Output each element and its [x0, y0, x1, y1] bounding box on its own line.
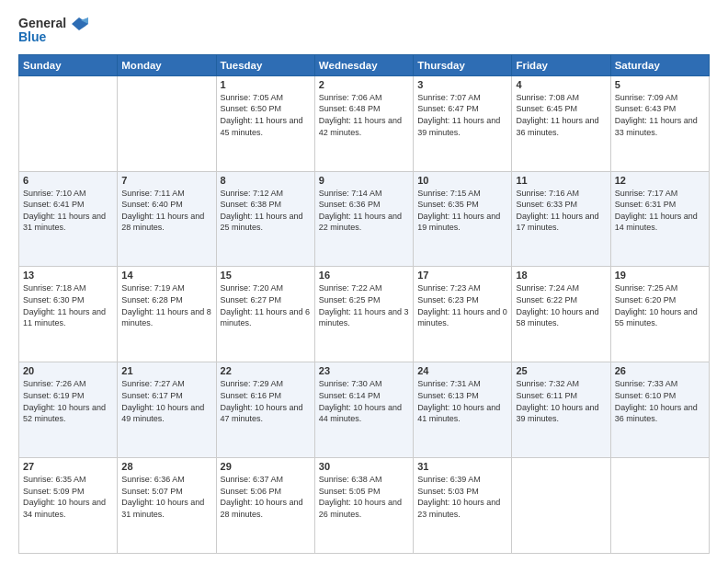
day-cell: 2Sunrise: 7:06 AM Sunset: 6:48 PM Daylig…: [314, 75, 413, 171]
day-info: Sunrise: 6:37 AM Sunset: 5:06 PM Dayligh…: [221, 474, 311, 520]
day-number: 20: [23, 365, 113, 376]
day-info: Sunrise: 7:17 AM Sunset: 6:31 PM Dayligh…: [615, 188, 705, 234]
day-info: Sunrise: 7:19 AM Sunset: 6:28 PM Dayligh…: [121, 282, 211, 328]
weekday-header-tuesday: Tuesday: [216, 54, 314, 75]
week-row-3: 13Sunrise: 7:18 AM Sunset: 6:30 PM Dayli…: [19, 267, 710, 362]
weekday-header-thursday: Thursday: [414, 54, 512, 75]
day-cell: 3Sunrise: 7:07 AM Sunset: 6:47 PM Daylig…: [414, 75, 512, 171]
logo-bird-icon: [72, 17, 88, 30]
day-number: 7: [121, 175, 211, 186]
day-cell: 16Sunrise: 7:22 AM Sunset: 6:25 PM Dayli…: [314, 267, 413, 362]
day-cell: 12Sunrise: 7:17 AM Sunset: 6:31 PM Dayli…: [610, 171, 709, 267]
week-row-1: 1Sunrise: 7:05 AM Sunset: 6:50 PM Daylig…: [19, 75, 710, 171]
day-number: 4: [516, 79, 606, 90]
day-cell: 10Sunrise: 7:15 AM Sunset: 6:35 PM Dayli…: [414, 171, 512, 267]
day-info: Sunrise: 7:18 AM Sunset: 6:30 PM Dayligh…: [23, 282, 113, 328]
day-cell: 9Sunrise: 7:14 AM Sunset: 6:36 PM Daylig…: [314, 171, 413, 267]
header: General Blue: [18, 17, 710, 45]
day-info: Sunrise: 7:22 AM Sunset: 6:25 PM Dayligh…: [319, 282, 409, 328]
day-number: 25: [516, 365, 606, 376]
day-number: 19: [615, 270, 705, 281]
day-cell: 24Sunrise: 7:31 AM Sunset: 6:13 PM Dayli…: [414, 362, 512, 458]
day-number: 23: [319, 365, 409, 376]
day-info: Sunrise: 7:10 AM Sunset: 6:41 PM Dayligh…: [23, 188, 113, 234]
day-number: 31: [417, 461, 507, 472]
day-info: Sunrise: 7:05 AM Sunset: 6:50 PM Dayligh…: [221, 92, 311, 138]
day-info: Sunrise: 7:11 AM Sunset: 6:40 PM Dayligh…: [121, 188, 211, 234]
day-info: Sunrise: 6:38 AM Sunset: 5:05 PM Dayligh…: [319, 474, 409, 520]
day-cell: 15Sunrise: 7:20 AM Sunset: 6:27 PM Dayli…: [216, 267, 314, 362]
weekday-header-monday: Monday: [118, 54, 216, 75]
day-info: Sunrise: 7:23 AM Sunset: 6:23 PM Dayligh…: [417, 282, 507, 328]
logo-container: General Blue: [18, 17, 88, 45]
day-number: 8: [221, 175, 311, 186]
day-number: 21: [121, 365, 211, 376]
day-info: Sunrise: 7:15 AM Sunset: 6:35 PM Dayligh…: [417, 188, 507, 234]
day-info: Sunrise: 7:16 AM Sunset: 6:33 PM Dayligh…: [516, 188, 606, 234]
logo: General Blue: [18, 17, 88, 45]
day-info: Sunrise: 7:24 AM Sunset: 6:22 PM Dayligh…: [516, 282, 606, 328]
week-row-5: 27Sunrise: 6:35 AM Sunset: 5:09 PM Dayli…: [19, 458, 710, 554]
weekday-header-sunday: Sunday: [19, 54, 118, 75]
day-cell: 19Sunrise: 7:25 AM Sunset: 6:20 PM Dayli…: [610, 267, 709, 362]
day-info: Sunrise: 7:08 AM Sunset: 6:45 PM Dayligh…: [516, 92, 606, 138]
week-row-4: 20Sunrise: 7:26 AM Sunset: 6:19 PM Dayli…: [19, 362, 710, 458]
day-info: Sunrise: 7:30 AM Sunset: 6:14 PM Dayligh…: [319, 378, 409, 424]
page: General Blue SundayMondayTuesdayWednesda…: [0, 0, 728, 563]
day-number: 3: [417, 79, 507, 90]
day-number: 9: [319, 175, 409, 186]
day-cell: 26Sunrise: 7:33 AM Sunset: 6:10 PM Dayli…: [610, 362, 709, 458]
weekday-header-saturday: Saturday: [610, 54, 709, 75]
day-number: 27: [23, 461, 113, 472]
day-number: 1: [221, 79, 311, 90]
day-cell: 25Sunrise: 7:32 AM Sunset: 6:11 PM Dayli…: [512, 362, 610, 458]
day-number: 17: [417, 270, 507, 281]
day-number: 13: [23, 270, 113, 281]
day-cell: 14Sunrise: 7:19 AM Sunset: 6:28 PM Dayli…: [118, 267, 216, 362]
day-cell: 6Sunrise: 7:10 AM Sunset: 6:41 PM Daylig…: [19, 171, 118, 267]
day-info: Sunrise: 7:33 AM Sunset: 6:10 PM Dayligh…: [615, 378, 705, 424]
day-cell: 8Sunrise: 7:12 AM Sunset: 6:38 PM Daylig…: [216, 171, 314, 267]
day-info: Sunrise: 6:39 AM Sunset: 5:03 PM Dayligh…: [417, 474, 507, 520]
day-info: Sunrise: 7:06 AM Sunset: 6:48 PM Dayligh…: [319, 92, 409, 138]
day-cell: 29Sunrise: 6:37 AM Sunset: 5:06 PM Dayli…: [216, 458, 314, 554]
day-cell: 4Sunrise: 7:08 AM Sunset: 6:45 PM Daylig…: [512, 75, 610, 171]
day-number: 22: [221, 365, 311, 376]
day-cell: 5Sunrise: 7:09 AM Sunset: 6:43 PM Daylig…: [610, 75, 709, 171]
weekday-header-friday: Friday: [512, 54, 610, 75]
day-info: Sunrise: 7:25 AM Sunset: 6:20 PM Dayligh…: [615, 282, 705, 328]
day-cell: 22Sunrise: 7:29 AM Sunset: 6:16 PM Dayli…: [216, 362, 314, 458]
day-cell: 27Sunrise: 6:35 AM Sunset: 5:09 PM Dayli…: [19, 458, 118, 554]
day-number: 11: [516, 175, 606, 186]
logo-blue: Blue: [18, 30, 88, 44]
day-number: 30: [319, 461, 409, 472]
day-cell: [19, 75, 118, 171]
day-info: Sunrise: 7:29 AM Sunset: 6:16 PM Dayligh…: [221, 378, 311, 424]
day-cell: 28Sunrise: 6:36 AM Sunset: 5:07 PM Dayli…: [118, 458, 216, 554]
day-info: Sunrise: 7:20 AM Sunset: 6:27 PM Dayligh…: [221, 282, 311, 328]
day-info: Sunrise: 7:14 AM Sunset: 6:36 PM Dayligh…: [319, 188, 409, 234]
day-number: 5: [615, 79, 705, 90]
logo-general: General: [18, 17, 88, 30]
day-info: Sunrise: 7:27 AM Sunset: 6:17 PM Dayligh…: [121, 378, 211, 424]
day-number: 2: [319, 79, 409, 90]
day-info: Sunrise: 7:07 AM Sunset: 6:47 PM Dayligh…: [417, 92, 507, 138]
day-cell: 20Sunrise: 7:26 AM Sunset: 6:19 PM Dayli…: [19, 362, 118, 458]
day-cell: 13Sunrise: 7:18 AM Sunset: 6:30 PM Dayli…: [19, 267, 118, 362]
day-number: 18: [516, 270, 606, 281]
day-info: Sunrise: 7:32 AM Sunset: 6:11 PM Dayligh…: [516, 378, 606, 424]
day-cell: 23Sunrise: 7:30 AM Sunset: 6:14 PM Dayli…: [314, 362, 413, 458]
day-cell: 17Sunrise: 7:23 AM Sunset: 6:23 PM Dayli…: [414, 267, 512, 362]
day-info: Sunrise: 7:26 AM Sunset: 6:19 PM Dayligh…: [23, 378, 113, 424]
day-number: 29: [221, 461, 311, 472]
day-number: 16: [319, 270, 409, 281]
day-cell: [118, 75, 216, 171]
day-number: 12: [615, 175, 705, 186]
day-cell: 30Sunrise: 6:38 AM Sunset: 5:05 PM Dayli…: [314, 458, 413, 554]
day-info: Sunrise: 7:09 AM Sunset: 6:43 PM Dayligh…: [615, 92, 705, 138]
day-cell: [512, 458, 610, 554]
day-cell: [610, 458, 709, 554]
day-info: Sunrise: 7:31 AM Sunset: 6:13 PM Dayligh…: [417, 378, 507, 424]
day-info: Sunrise: 7:12 AM Sunset: 6:38 PM Dayligh…: [221, 188, 311, 234]
day-cell: 21Sunrise: 7:27 AM Sunset: 6:17 PM Dayli…: [118, 362, 216, 458]
